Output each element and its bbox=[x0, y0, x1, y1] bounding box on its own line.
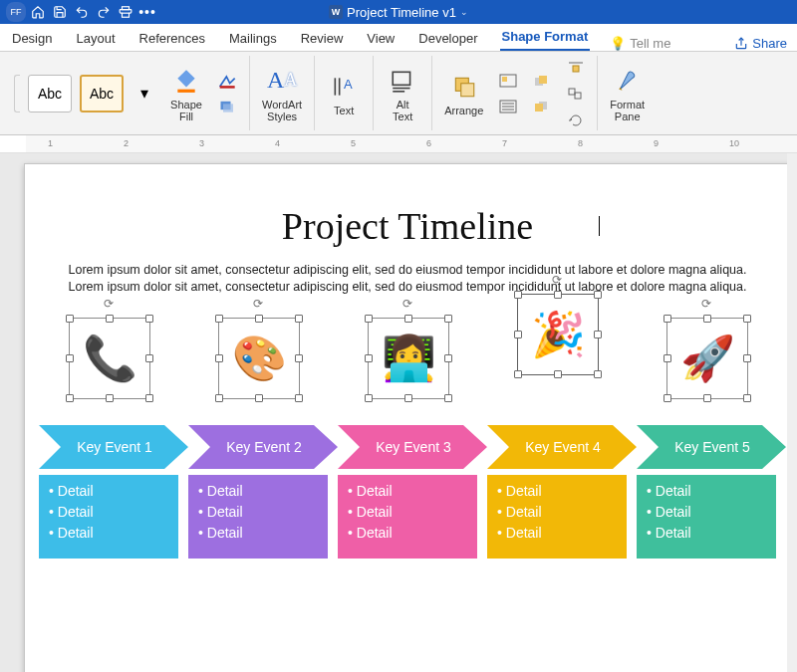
home-icon[interactable] bbox=[28, 2, 48, 22]
detail-box[interactable]: • Detail• Detail• Detail bbox=[39, 475, 178, 559]
event-arrow[interactable]: Key Event 1 bbox=[39, 425, 186, 469]
horizontal-ruler[interactable]: 12345678910 bbox=[0, 135, 797, 153]
emoji-shape[interactable]: ⟳🎉 bbox=[517, 294, 599, 375]
rotate-handle-icon[interactable]: ⟳ bbox=[402, 297, 412, 311]
print-icon[interactable] bbox=[116, 2, 135, 22]
wrap-text-button[interactable] bbox=[495, 96, 521, 117]
resize-handle[interactable] bbox=[444, 394, 452, 402]
undo-icon[interactable] bbox=[72, 2, 92, 22]
resize-handle[interactable] bbox=[554, 370, 562, 378]
share-button[interactable]: Share bbox=[734, 36, 787, 51]
detail-box[interactable]: • Detail• Detail• Detail bbox=[487, 475, 627, 559]
alt-text-button[interactable]: Alt Text bbox=[382, 63, 423, 124]
group-button[interactable] bbox=[563, 83, 589, 105]
resize-handle[interactable] bbox=[295, 315, 303, 323]
rotate-handle-icon[interactable]: ⟳ bbox=[552, 273, 562, 287]
resize-handle[interactable] bbox=[106, 394, 114, 402]
shape-outline-button[interactable] bbox=[215, 71, 241, 93]
resize-handle[interactable] bbox=[594, 370, 602, 378]
rotate-handle-icon[interactable]: ⟳ bbox=[253, 297, 263, 311]
resize-handle[interactable] bbox=[664, 354, 671, 362]
more-icon[interactable]: ••• bbox=[137, 2, 157, 22]
resize-handle[interactable] bbox=[743, 354, 751, 362]
style-gallery-expand[interactable]: ▾ bbox=[132, 83, 157, 105]
detail-box[interactable]: • Detail• Detail• Detail bbox=[188, 475, 328, 559]
event-arrow[interactable]: Key Event 4 bbox=[487, 425, 635, 469]
rotate-button[interactable] bbox=[563, 109, 589, 130]
tab-review[interactable]: Review bbox=[299, 26, 346, 51]
resize-handle[interactable] bbox=[106, 315, 114, 323]
resize-handle[interactable] bbox=[365, 394, 373, 402]
resize-handle[interactable] bbox=[365, 315, 373, 323]
position-button[interactable] bbox=[495, 70, 521, 92]
event-arrow[interactable]: Key Event 3 bbox=[338, 425, 485, 469]
resize-handle[interactable] bbox=[145, 354, 153, 362]
tab-view[interactable]: View bbox=[365, 26, 397, 51]
emoji-shape[interactable]: ⟳🎨 bbox=[218, 318, 300, 399]
style-gallery-left[interactable] bbox=[14, 75, 20, 112]
tell-me-search[interactable]: 💡 Tell me bbox=[610, 36, 670, 51]
tab-mailings[interactable]: Mailings bbox=[227, 26, 279, 51]
text-button[interactable]: A Text bbox=[323, 69, 365, 118]
shape-style-1[interactable]: Abc bbox=[28, 75, 72, 112]
resize-handle[interactable] bbox=[444, 354, 452, 362]
rotate-handle-icon[interactable]: ⟳ bbox=[701, 297, 711, 311]
rotate-handle-icon[interactable]: ⟳ bbox=[104, 297, 114, 311]
resize-handle[interactable] bbox=[295, 394, 303, 402]
resize-handle[interactable] bbox=[703, 315, 711, 323]
resize-handle[interactable] bbox=[66, 315, 74, 323]
event-arrow[interactable]: Key Event 5 bbox=[637, 425, 784, 469]
resize-handle[interactable] bbox=[743, 315, 751, 323]
detail-box[interactable]: • Detail• Detail• Detail bbox=[338, 475, 477, 559]
redo-icon[interactable] bbox=[94, 2, 114, 22]
tab-developer[interactable]: Developer bbox=[416, 26, 479, 51]
resize-handle[interactable] bbox=[66, 354, 74, 362]
tab-references[interactable]: References bbox=[137, 26, 207, 51]
resize-handle[interactable] bbox=[215, 315, 223, 323]
shape-effects-button[interactable] bbox=[215, 95, 241, 116]
shape-fill-button[interactable]: Shape Fill bbox=[165, 63, 207, 124]
emoji-shape[interactable]: ⟳🚀 bbox=[666, 318, 748, 399]
resize-handle[interactable] bbox=[743, 394, 751, 402]
save-icon[interactable] bbox=[50, 2, 70, 22]
emoji-shape[interactable]: ⟳👩‍💻 bbox=[368, 318, 449, 399]
page[interactable]: Project Timeline Lorem ipsum dolor sit a… bbox=[24, 163, 791, 672]
shape-style-2[interactable]: Abc bbox=[80, 75, 124, 112]
resize-handle[interactable] bbox=[444, 315, 452, 323]
resize-handle[interactable] bbox=[664, 394, 671, 402]
bring-forward-button[interactable] bbox=[529, 70, 555, 92]
resize-handle[interactable] bbox=[404, 315, 412, 323]
format-pane-button[interactable]: Format Pane bbox=[606, 63, 649, 124]
resize-handle[interactable] bbox=[365, 354, 373, 362]
resize-handle[interactable] bbox=[703, 394, 711, 402]
resize-handle[interactable] bbox=[664, 315, 671, 323]
document-title[interactable]: W Project Timeline v1 ⌄ bbox=[329, 5, 468, 20]
vertical-scrollbar[interactable] bbox=[787, 153, 797, 672]
tab-shape-format[interactable]: Shape Format bbox=[500, 24, 591, 51]
resize-handle[interactable] bbox=[145, 394, 153, 402]
resize-handle[interactable] bbox=[255, 315, 263, 323]
resize-handle[interactable] bbox=[594, 291, 602, 299]
resize-handle[interactable] bbox=[514, 370, 522, 378]
resize-handle[interactable] bbox=[66, 394, 74, 402]
resize-handle[interactable] bbox=[145, 315, 153, 323]
resize-handle[interactable] bbox=[255, 394, 263, 402]
emoji-shape[interactable]: ⟳📞 bbox=[69, 318, 150, 399]
resize-handle[interactable] bbox=[215, 354, 223, 362]
tab-design[interactable]: Design bbox=[10, 26, 54, 51]
send-backward-button[interactable] bbox=[529, 96, 555, 117]
resize-handle[interactable] bbox=[404, 394, 412, 402]
resize-handle[interactable] bbox=[514, 291, 522, 299]
tab-layout[interactable]: Layout bbox=[74, 26, 117, 51]
autosave-toggle[interactable]: FF bbox=[6, 2, 26, 22]
align-button[interactable] bbox=[563, 57, 589, 79]
resize-handle[interactable] bbox=[514, 331, 522, 338]
detail-box[interactable]: • Detail• Detail• Detail bbox=[637, 475, 776, 559]
event-arrow[interactable]: Key Event 2 bbox=[188, 425, 336, 469]
wordart-styles-button[interactable]: AA WordArt Styles bbox=[258, 63, 306, 124]
resize-handle[interactable] bbox=[215, 394, 223, 402]
resize-handle[interactable] bbox=[554, 291, 562, 299]
resize-handle[interactable] bbox=[594, 331, 602, 338]
resize-handle[interactable] bbox=[295, 354, 303, 362]
arrange-button[interactable]: Arrange bbox=[440, 69, 487, 118]
